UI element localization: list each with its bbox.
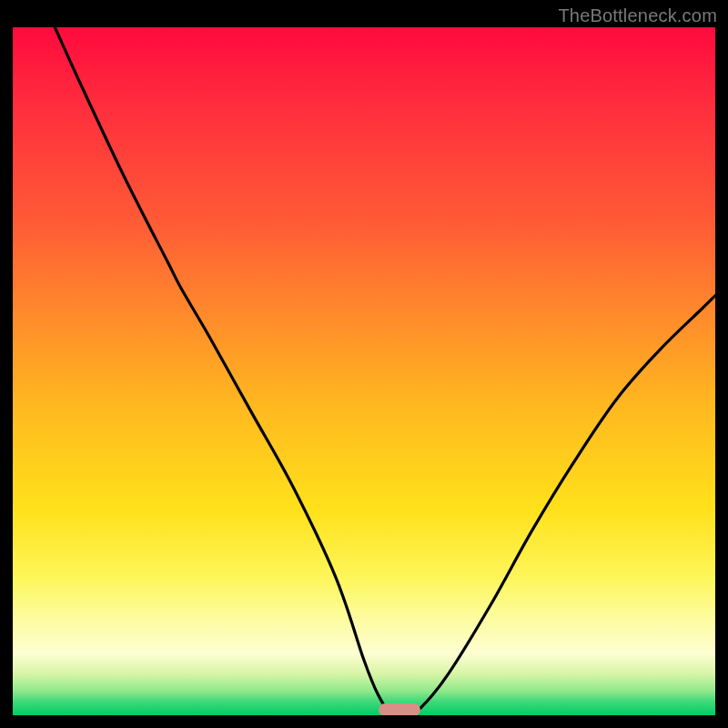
plot-area bbox=[13, 27, 715, 715]
bottleneck-curve bbox=[13, 27, 715, 715]
watermark-text: TheBottleneck.com bbox=[558, 5, 717, 26]
min-marker bbox=[379, 703, 420, 715]
chart-stage: TheBottleneck.com bbox=[0, 0, 728, 728]
